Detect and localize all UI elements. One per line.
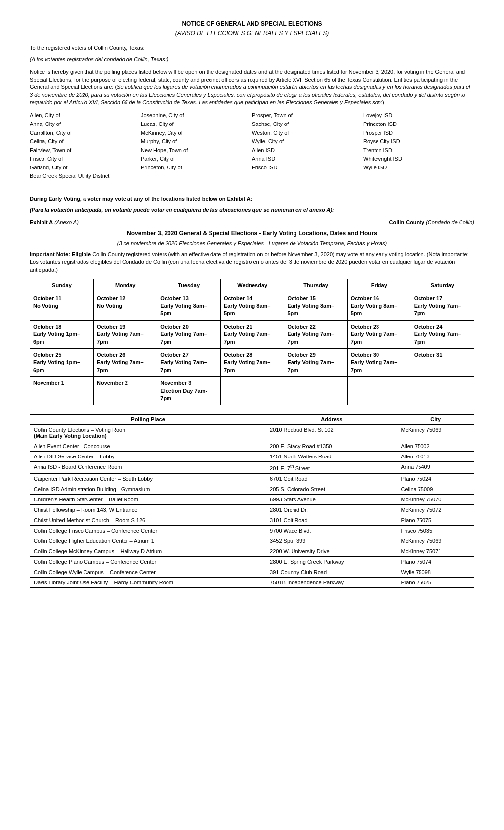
cal-cell: October 16Early Voting 8am–5pm: [347, 292, 411, 320]
cal-cell: October 15Early Voting 8am–5pm: [284, 292, 347, 320]
early-voting-header-block: During Early Voting, a voter may vote at…: [30, 195, 474, 214]
important-note: Important Note: Eligible Collin County r…: [30, 251, 474, 274]
poll-place: Children's Health StarCenter – Ballet Ro…: [30, 494, 266, 504]
poll-city: McKinney 75070: [397, 494, 474, 504]
cal-cell: November 2: [93, 377, 157, 405]
county-label: Collin County: [389, 219, 425, 225]
important-note-text: Important Note: Eligible Collin County r…: [30, 251, 474, 274]
table-row: Christ United Methodist Church – Room S …: [30, 515, 474, 525]
entity-item: Frisco, City of: [30, 155, 141, 164]
poll-header: Polling Place: [30, 415, 266, 425]
entity-item: Wylie ISD: [363, 164, 474, 172]
entity-item: Princeton, City of: [141, 164, 252, 172]
poll-place: Collin College Frisco Campus – Conferenc…: [30, 525, 266, 536]
cal-section-subtitle: (3 de noviembre de 2020 Elecciones Gener…: [30, 240, 474, 247]
poll-header: City: [397, 415, 474, 425]
entity-col2: Josephine, City ofLucas, City ofMcKinney…: [141, 111, 252, 181]
table-row: Anna ISD - Board Conference Room201 E. 7…: [30, 462, 474, 474]
entity-item: Allen, City of: [30, 111, 141, 120]
poll-city: McKinney 75069: [397, 536, 474, 546]
cal-cell: October 30Early Voting 7am–7pm: [347, 348, 411, 376]
cal-cell: [347, 377, 411, 405]
table-row: Allen ISD Service Center – Lobby1451 Nor…: [30, 452, 474, 462]
cal-header: Tuesday: [157, 279, 221, 292]
cal-header: Sunday: [30, 279, 94, 292]
entity-item: Fairview, Town of: [30, 146, 141, 155]
poll-city: Plano 75025: [397, 577, 474, 587]
table-row: Collin College Plano Campus – Conference…: [30, 556, 474, 567]
entity-item: Lucas, City of: [141, 120, 252, 129]
entity-item: McKinney, City of: [141, 129, 252, 138]
entity-item: Weston, City of: [252, 129, 363, 138]
cal-cell: [284, 377, 347, 405]
poll-place: Collin College Higher Education Center –…: [30, 536, 266, 546]
table-row: Collin College Higher Education Center –…: [30, 536, 474, 546]
exhibit-header: Exhibit A (Anexo A) Collin County (Conda…: [30, 219, 474, 225]
poll-city: McKinney 75069: [397, 425, 474, 441]
cal-cell: October 26Early Voting 7am–7pm: [93, 348, 157, 376]
early-voting-header-es: (Para la votación anticipada, un votante…: [30, 207, 474, 214]
cal-cell: November 3Election Day 7am-7pm: [157, 377, 221, 405]
cal-cell: October 11No Voting: [30, 292, 94, 320]
entity-item: Garland, City of: [30, 164, 141, 172]
entity-item: Royse City ISD: [363, 137, 474, 146]
poll-place: Carpenter Park Recreation Center – South…: [30, 473, 266, 484]
poll-city: McKinney 75072: [397, 504, 474, 515]
entity-item: Allen ISD: [252, 146, 363, 155]
entity-col4: Lovejoy ISDPrinceton ISDProsper ISDRoyse…: [363, 111, 474, 181]
early-voting-header: During Early Voting, a voter may vote at…: [30, 195, 474, 203]
table-row: Carpenter Park Recreation Center – South…: [30, 473, 474, 484]
entity-item: Lovejoy ISD: [363, 111, 474, 120]
cal-header: Monday: [93, 279, 157, 292]
early-voting-header-text: During Early Voting, a voter may vote at…: [30, 196, 252, 202]
poll-city: Plano 75075: [397, 515, 474, 525]
poll-city: McKinney 75071: [397, 546, 474, 556]
entity-item: Anna, City of: [30, 120, 141, 129]
cal-cell: [411, 377, 474, 405]
poll-header: Address: [266, 415, 397, 425]
cal-cell: October 17Early Voting 7am–7pm: [411, 292, 474, 320]
entity-item: Celina, City of: [30, 137, 141, 146]
important-note-label: Important Note:: [30, 251, 70, 257]
entity-item: Josephine, City of: [141, 111, 252, 120]
poll-address: 2010 Redbud Blvd. St 102: [266, 425, 397, 441]
divider1: [30, 190, 474, 190]
poll-address: 3101 Coit Road: [266, 515, 397, 525]
poll-address: 200 E. Stacy Road #1350: [266, 441, 397, 452]
table-row: Collin College McKinney Campus – Hallway…: [30, 546, 474, 556]
entity-item: Frisco ISD: [252, 164, 363, 172]
cal-cell: October 13Early Voting 8am–5pm: [157, 292, 221, 320]
poll-address: 1451 North Watters Road: [266, 452, 397, 462]
polling-table: Polling PlaceAddressCityCollin County El…: [30, 414, 474, 588]
poll-place: Davis Library Joint Use Facility – Hardy…: [30, 577, 266, 587]
cal-cell: October 19Early Voting 7am–7pm: [93, 320, 157, 348]
poll-address: 9700 Wade Blvd.: [266, 525, 397, 536]
county-es: (Condado de Collin): [426, 219, 474, 225]
cal-cell: November 1: [30, 377, 94, 405]
cal-section-title: November 3, 2020 General & Special Elect…: [30, 229, 474, 238]
poll-city: Allen 75002: [397, 441, 474, 452]
page-container: NOTICE OF GENERAL AND SPECIAL ELECTIONS …: [30, 20, 474, 588]
poll-address: 205 S. Colorado Street: [266, 484, 397, 494]
poll-address: 6701 Coit Road: [266, 473, 397, 484]
table-row: Celina ISD Administration Building - Gym…: [30, 484, 474, 494]
poll-address: 2200 W. University Drive: [266, 546, 397, 556]
entity-item: Princeton ISD: [363, 120, 474, 129]
entity-item: Sachse, City of: [252, 120, 363, 129]
entity-item: Wylie, City of: [252, 137, 363, 146]
cal-cell: October 18Early Voting 1pm–6pm: [30, 320, 94, 348]
entity-item: Parker, City of: [141, 155, 252, 164]
main-title: NOTICE OF GENERAL AND SPECIAL ELECTIONS: [30, 20, 474, 28]
entity-item: Whitewright ISD: [363, 155, 474, 164]
body-paragraph: Notice is hereby given that the polling …: [30, 68, 474, 106]
poll-place: Allen ISD Service Center – Lobby: [30, 452, 266, 462]
exhibit-a-label: Exhibit A: [30, 219, 53, 225]
cal-cell: October 25Early Voting 1pm–6pm: [30, 348, 94, 376]
main-subtitle: (AVISO DE ELECCIONES GENERALES Y ESPECIA…: [30, 29, 474, 38]
cal-cell: October 23Early Voting 7am–7pm: [347, 320, 411, 348]
cal-header: Wednesday: [220, 279, 284, 292]
exhibit-a-es: (Anexo A): [54, 219, 79, 225]
cal-cell: October 29Early Voting 7am–7pm: [284, 348, 347, 376]
poll-place: Christ United Methodist Church – Room S …: [30, 515, 266, 525]
poll-place: Collin College Wylie Campus – Conference…: [30, 567, 266, 577]
